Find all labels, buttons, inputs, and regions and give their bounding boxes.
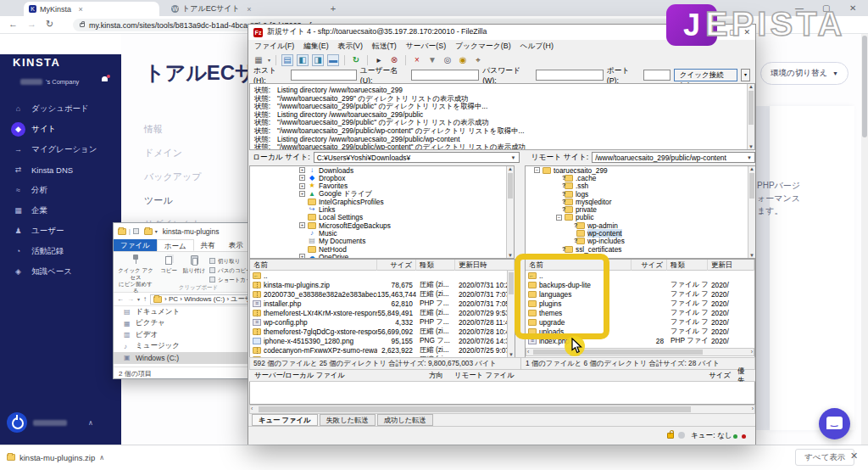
queue-toggle-icon[interactable]: ▬ <box>327 54 339 66</box>
sidebar-nav-item[interactable]: ▦ 企業 <box>0 200 121 221</box>
queue-header[interactable]: サーバー/ローカル ファイル 方向 リモート ファイル サイズ 優先.. <box>249 370 755 382</box>
file-row[interactable]: 20200730_e38388e382a2e383abece382b5e382a… <box>250 289 515 299</box>
tree-item[interactable]: − toaruecsaito_299 <box>526 166 754 174</box>
remote-list-hscrollbar[interactable]: ‹ › <box>526 348 754 356</box>
explorer-title-bar[interactable]: | ▾ kinsta-mu-plugins <box>114 223 259 239</box>
filter-icon[interactable]: ▼ <box>426 54 438 66</box>
explorer-nav-item[interactable]: ▤ ドキュメント <box>114 306 259 318</box>
explorer-nav-item[interactable]: ▣ Windows (C:) <box>114 352 259 364</box>
tree-item[interactable]: − .ssh <box>526 182 754 190</box>
expander-icon[interactable]: + <box>299 183 305 189</box>
menu-item[interactable]: 転送(T) <box>372 42 397 52</box>
subnav-item[interactable]: ツール <box>144 188 237 212</box>
show-all-downloads-button[interactable]: すべて表示 <box>795 449 854 466</box>
back-icon[interactable]: ← <box>8 19 18 29</box>
local-path-combo[interactable]: C:¥Users¥Yoshi¥Downloads¥▼ <box>314 152 520 163</box>
file-row[interactable]: kinsta-mu-plugins.zip 78,675 圧縮 (zi... 2… <box>250 280 515 289</box>
tree-item[interactable]: + Links <box>250 205 514 213</box>
tree-item[interactable]: − wp-admin <box>526 221 754 229</box>
queue-tab[interactable]: キュー ファイル <box>252 414 318 426</box>
subnav-item[interactable]: バックアップ <box>144 165 237 188</box>
queue-tab[interactable]: 失敗した転送 <box>320 414 376 426</box>
sidebar-nav-item[interactable]: ◈ 知識ベース <box>0 261 121 282</box>
site-manager-icon[interactable]: ▦ <box>253 54 264 66</box>
tree-item[interactable]: + My Documents <box>250 238 514 245</box>
tree-item[interactable]: + MicrosoftEdgeBackups <box>250 221 514 229</box>
process-queue-icon[interactable]: ▸ <box>373 54 385 66</box>
environment-switch-button[interactable]: 環境の切り替え ▼ <box>760 62 849 85</box>
tree-item[interactable]: − ssl_certificates <box>526 245 754 253</box>
sidebar-nav-item[interactable]: ◆ サイト <box>0 119 121 139</box>
local-tree-toggle-icon[interactable]: ◧ <box>297 54 309 66</box>
tree-item[interactable]: − public <box>526 214 754 221</box>
download-item[interactable]: kinsta-mu-plugins.zip ∧ <box>7 449 104 466</box>
tree-item[interactable]: + Dropbox <box>250 174 514 182</box>
ribbon-tab[interactable]: 共有 <box>194 239 222 251</box>
subnav-item[interactable]: ドメイン <box>144 141 237 165</box>
message-log-toggle-icon[interactable]: ▤ <box>281 54 293 66</box>
expander-icon[interactable]: + <box>299 222 305 228</box>
download-bar-close-icon[interactable]: ✕ <box>850 450 858 462</box>
ribbon-tab[interactable]: 表示 <box>222 239 250 251</box>
host-input[interactable] <box>291 70 357 81</box>
expander-icon[interactable]: − <box>556 215 562 221</box>
sync-browse-icon[interactable]: ◉ <box>457 54 469 66</box>
ribbon-tab[interactable]: ファイル <box>114 239 157 251</box>
new-tab-button[interactable]: + <box>326 2 340 15</box>
quickconnect-button[interactable]: クイック接続(Q) <box>674 69 737 81</box>
site-manager-dropdown-icon[interactable]: ▾ <box>268 57 270 63</box>
menu-item[interactable]: ファイル(F) <box>254 42 294 52</box>
new-folder-icon[interactable] <box>144 228 153 235</box>
file-row[interactable]: iphone-x-4515390_1280.png 95,155 PNG フ..… <box>250 336 515 345</box>
expander-icon[interactable]: − <box>534 167 540 173</box>
company-selector[interactable]: 's Company <box>20 78 79 86</box>
tree-item[interactable]: − logs <box>526 190 754 198</box>
menu-item[interactable]: ヘルプ(H) <box>520 42 554 52</box>
log-scrollbar[interactable]: ▲▼ <box>747 84 754 149</box>
tree-item[interactable]: − wp-includes <box>526 238 754 245</box>
tree-item[interactable]: − wp-content <box>526 229 754 237</box>
refresh-icon[interactable]: ↻ <box>350 54 362 66</box>
kinsta-logo[interactable]: KINSTA <box>13 56 60 69</box>
sidebar-nav-item[interactable]: ≈ 分析 <box>0 180 121 200</box>
explorer-nav-item[interactable]: ♪ ミュージック <box>114 341 259 353</box>
tab-mykinsta[interactable]: K MyKinsta × <box>24 2 159 16</box>
tab-ec-site[interactable]: W トアルECサイト × <box>166 2 312 16</box>
copy-button[interactable]: コピー <box>158 255 180 275</box>
chevron-up-icon[interactable]: ∧ <box>99 454 104 462</box>
menu-item[interactable]: 編集(E) <box>303 42 328 52</box>
tab-close-icon[interactable]: × <box>245 5 253 14</box>
explorer-nav-item[interactable]: ▦ ピクチャ <box>114 318 259 330</box>
username-input[interactable] <box>411 70 479 81</box>
menu-item[interactable]: ブックマーク(B) <box>455 42 511 52</box>
file-row[interactable]: themeforest-7glqDdCg-xstore-responsive-w… <box>250 327 515 336</box>
page-scrollbar[interactable] <box>861 34 868 445</box>
forward-icon[interactable]: → <box>27 19 36 29</box>
user-menu[interactable]: ∧ <box>7 412 93 433</box>
tree-item[interactable]: + OneDrive <box>250 253 514 259</box>
sidebar-nav-item[interactable]: ⇄ Kinsta DNS <box>0 159 121 180</box>
remote-tree-scrollbar[interactable]: ▲▼ <box>748 166 755 258</box>
password-input[interactable] <box>536 70 604 81</box>
local-list-header[interactable]: 名前 サイズ 種類 更新日時 <box>250 260 515 271</box>
compare-icon[interactable]: ◎ <box>442 54 453 66</box>
tab-close-icon[interactable]: × <box>76 5 85 14</box>
reload-icon[interactable]: ↻ <box>46 19 53 30</box>
up-icon[interactable]: ↑ <box>143 295 147 303</box>
file-row[interactable]: codecanyon-mFxwwXPz-sumo-reward-points-w… <box>250 345 515 355</box>
expander-icon[interactable]: + <box>299 167 305 173</box>
find-icon[interactable]: ⌖ <box>472 54 484 66</box>
local-tree-scrollbar[interactable]: ▲▼ <box>506 166 514 258</box>
sidebar-nav-item[interactable]: ♟ ユーザー <box>0 221 121 241</box>
transfer-queue[interactable] <box>249 382 755 405</box>
explorer-address-bar[interactable]: › PC › Windows (C:) › ユーザ <box>150 294 256 305</box>
sidebar-nav-item[interactable]: ◔ 活動記録 <box>0 241 121 261</box>
tree-item[interactable]: − mysqleditor <box>526 198 754 205</box>
tree-item[interactable]: + Local Settings <box>250 214 514 221</box>
explorer-nav-item[interactable]: ▥ ビデオ <box>114 329 259 341</box>
local-list-scrollbar[interactable]: ▼ <box>507 271 515 357</box>
queue-tab[interactable]: 成功した転送 <box>377 414 433 426</box>
remote-path-combo[interactable]: /www/toaruecsaito_299/public/wp-content▼ <box>592 152 755 163</box>
notification-bell-icon[interactable] <box>102 76 108 83</box>
tree-item[interactable]: + Google ドライブ <box>250 190 514 198</box>
